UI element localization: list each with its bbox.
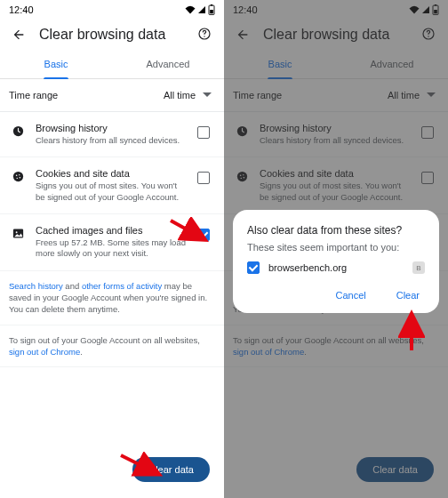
site-name: browserbench.org <box>268 262 347 273</box>
row-cache[interactable]: Cached images and files Frees up 57.2 MB… <box>0 214 224 271</box>
svg-rect-1 <box>211 4 212 5</box>
page-title: Clear browsing data <box>27 27 197 43</box>
time-range-value: All time <box>164 90 196 100</box>
dialog-clear-button[interactable]: Clear <box>391 286 425 304</box>
confirm-dialog: Also clear data from these sites? These … <box>233 210 439 313</box>
checkbox-site[interactable] <box>247 261 260 274</box>
signal-icon <box>197 5 206 14</box>
status-icons <box>185 4 215 15</box>
row-desc: Frees up 57.2 MB. Some sites may load mo… <box>36 237 188 260</box>
arrow-left-icon <box>12 28 26 42</box>
clear-data-button[interactable]: Clear data <box>132 457 210 482</box>
note-search-history: Search history and other forms of activi… <box>0 271 224 325</box>
help-icon <box>197 27 212 41</box>
row-desc: Signs you out of most sites. You won't b… <box>36 181 188 203</box>
checkbox-cache[interactable] <box>197 229 210 241</box>
status-time: 12:40 <box>9 4 34 15</box>
site-favicon: B <box>412 261 425 274</box>
dialog-cancel-button[interactable]: Cancel <box>330 286 371 304</box>
svg-point-6 <box>12 172 22 181</box>
svg-point-9 <box>16 178 17 179</box>
header: Clear browsing data <box>0 20 224 50</box>
note-signout: To sign out of your Google Account on al… <box>0 325 224 368</box>
status-bar: 12:40 <box>0 0 224 20</box>
dialog-title: Also clear data from these sites? <box>247 224 425 237</box>
battery-icon <box>208 4 215 15</box>
wifi-icon <box>185 5 196 14</box>
row-title: Cached images and files <box>36 225 188 236</box>
image-icon <box>12 227 25 240</box>
link-other-activity[interactable]: other forms of activity <box>82 281 162 291</box>
dialog-subtitle: These sites seem important to you: <box>247 242 425 253</box>
tab-advanced[interactable]: Advanced <box>112 50 224 78</box>
history-icon <box>12 124 25 138</box>
tab-basic[interactable]: Basic <box>0 50 112 78</box>
phone-right: 12:40 Clear browsing data Basic Advanced… <box>224 0 448 498</box>
row-desc: Clears history from all synced devices. <box>36 135 188 146</box>
dialog-site-row[interactable]: browserbench.org B <box>247 261 425 274</box>
time-range-label: Time range <box>9 90 58 100</box>
checkbox-cookies[interactable] <box>197 172 210 184</box>
cookie-icon <box>12 170 25 183</box>
row-title: Browsing history <box>36 123 188 133</box>
checkbox-history[interactable] <box>197 126 210 139</box>
time-range-row[interactable]: Time range All time <box>0 79 224 112</box>
phone-left: 12:40 Clear browsing data Basic Advanced… <box>0 0 224 498</box>
link-signout-chrome[interactable]: sign out of Chrome <box>9 347 80 357</box>
svg-rect-2 <box>210 10 213 13</box>
row-cookies[interactable]: Cookies and site data Signs you out of m… <box>0 157 224 214</box>
row-browsing-history[interactable]: Browsing history Clears history from all… <box>0 112 224 157</box>
chevron-down-icon <box>203 92 212 98</box>
svg-point-8 <box>19 174 20 175</box>
svg-point-4 <box>204 36 204 36</box>
svg-point-7 <box>15 175 17 177</box>
svg-point-12 <box>15 231 17 233</box>
back-button[interactable] <box>11 27 27 43</box>
help-button[interactable] <box>197 27 213 43</box>
svg-point-10 <box>19 177 20 179</box>
row-title: Cookies and site data <box>36 168 188 179</box>
link-search-history[interactable]: Search history <box>9 281 63 291</box>
tabs: Basic Advanced <box>0 50 224 79</box>
